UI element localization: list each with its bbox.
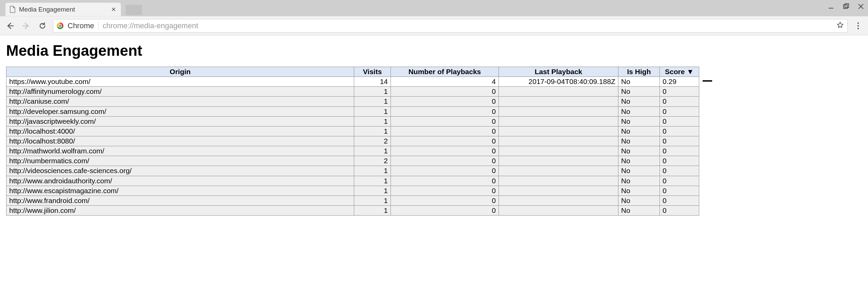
header-score[interactable]: Score ▼ xyxy=(660,67,699,77)
cell-last-playback xyxy=(499,156,618,166)
cell-last-playback: 2017-09-04T08:40:09.188Z xyxy=(499,77,618,87)
page-title: Media Engagement xyxy=(6,42,862,59)
cell-is-high: No xyxy=(618,87,660,97)
cell-origin: http://mathworld.wolfram.com/ xyxy=(6,146,354,156)
cell-last-playback xyxy=(499,196,618,205)
table-header-row: Origin Visits Number of Playbacks Last P… xyxy=(6,67,699,77)
cell-visits: 1 xyxy=(354,87,391,97)
cell-origin: http://affinitynumerology.com/ xyxy=(6,87,354,97)
svg-rect-2 xyxy=(845,4,849,7)
cell-last-playback xyxy=(499,126,618,136)
close-window-icon[interactable] xyxy=(858,3,864,10)
reload-button[interactable] xyxy=(37,20,48,32)
cell-is-high: No xyxy=(618,126,660,136)
minimize-icon[interactable] xyxy=(828,3,834,10)
cell-playbacks: 0 xyxy=(391,196,499,205)
table-row: http://affinitynumerology.com/10No0 xyxy=(6,87,699,97)
table-row: http://www.escapistmagazine.com/10No0 xyxy=(6,186,699,196)
cell-score: 0 xyxy=(660,196,699,205)
page-content: Media Engagement Origin Visits Number of… xyxy=(0,35,868,220)
svg-point-9 xyxy=(857,28,859,29)
table-row: http://mathworld.wolfram.com/10No0 xyxy=(6,146,699,156)
table-row: http://localhost:4000/10No0 xyxy=(6,126,699,136)
cell-last-playback xyxy=(499,106,618,116)
cell-origin: http://developer.samsung.com/ xyxy=(6,106,354,116)
browser-tab[interactable]: Media Engagement ✕ xyxy=(5,3,121,16)
cell-playbacks: 0 xyxy=(391,176,499,186)
cell-playbacks: 0 xyxy=(391,166,499,176)
cell-playbacks: 0 xyxy=(391,106,499,116)
cell-visits: 1 xyxy=(354,205,391,215)
cell-score: 0 xyxy=(660,205,699,215)
cell-origin: http://javascriptweekly.com/ xyxy=(6,116,354,126)
cell-is-high: No xyxy=(618,186,660,196)
url-text: chrome://media-engagement xyxy=(103,21,198,30)
cell-score: 0 xyxy=(660,97,699,106)
cell-origin: http://localhost:8080/ xyxy=(6,136,354,146)
cell-playbacks: 0 xyxy=(391,126,499,136)
close-tab-icon[interactable]: ✕ xyxy=(111,6,116,13)
cell-last-playback xyxy=(499,186,618,196)
header-visits[interactable]: Visits xyxy=(354,67,391,77)
browser-menu-button[interactable] xyxy=(852,20,864,32)
address-bar[interactable]: Chrome chrome://media-engagement xyxy=(53,19,848,33)
table-row: http://developer.samsung.com/10No0 xyxy=(6,106,699,116)
cell-playbacks: 0 xyxy=(391,205,499,215)
cell-playbacks: 0 xyxy=(391,97,499,106)
cell-playbacks: 0 xyxy=(391,116,499,126)
cell-origin: http://www.androidauthority.com/ xyxy=(6,176,354,186)
url-scheme-chip: Chrome xyxy=(68,21,98,30)
maximize-icon[interactable] xyxy=(843,3,849,10)
cell-last-playback xyxy=(499,146,618,156)
cell-last-playback xyxy=(499,176,618,186)
cell-last-playback xyxy=(499,166,618,176)
cell-playbacks: 0 xyxy=(391,186,499,196)
table-row: http://www.androidauthority.com/10No0 xyxy=(6,176,699,186)
cell-is-high: No xyxy=(618,106,660,116)
cell-score: 0.29 xyxy=(660,77,699,87)
cell-visits: 2 xyxy=(354,156,391,166)
header-last-playback[interactable]: Last Playback xyxy=(499,67,618,77)
cell-score: 0 xyxy=(660,166,699,176)
cell-score: 0 xyxy=(660,136,699,146)
forward-button[interactable] xyxy=(20,20,32,32)
new-tab-button[interactable] xyxy=(126,5,142,15)
back-button[interactable] xyxy=(4,20,16,32)
cell-is-high: No xyxy=(618,166,660,176)
svg-point-7 xyxy=(857,22,859,23)
header-origin[interactable]: Origin xyxy=(6,67,354,77)
cell-visits: 1 xyxy=(354,196,391,205)
cell-is-high: No xyxy=(618,196,660,205)
cell-origin: http://www.escapistmagazine.com/ xyxy=(6,186,354,196)
cell-visits: 2 xyxy=(354,136,391,146)
header-playbacks[interactable]: Number of Playbacks xyxy=(391,67,499,77)
cell-is-high: No xyxy=(618,116,660,126)
cell-playbacks: 4 xyxy=(391,77,499,87)
svg-point-8 xyxy=(857,25,859,26)
header-is-high[interactable]: Is High xyxy=(618,67,660,77)
cell-visits: 1 xyxy=(354,146,391,156)
table-row: http://www.jilion.com/10No0 xyxy=(6,205,699,215)
cell-playbacks: 0 xyxy=(391,136,499,146)
cell-visits: 1 xyxy=(354,97,391,106)
table-row: http://caniuse.com/10No0 xyxy=(6,97,699,106)
cell-visits: 1 xyxy=(354,176,391,186)
cell-last-playback xyxy=(499,97,618,106)
engagement-table: Origin Visits Number of Playbacks Last P… xyxy=(6,67,699,216)
bookmark-star-icon[interactable] xyxy=(836,21,844,30)
cell-score: 0 xyxy=(660,116,699,126)
cell-score: 0 xyxy=(660,87,699,97)
page-favicon-icon xyxy=(10,6,16,13)
cell-is-high: No xyxy=(618,97,660,106)
overflow-indicator-icon xyxy=(703,80,712,82)
cell-score: 0 xyxy=(660,156,699,166)
cell-visits: 1 xyxy=(354,106,391,116)
table-row: https://www.youtube.com/1442017-09-04T08… xyxy=(6,77,699,87)
cell-visits: 1 xyxy=(354,166,391,176)
tab-title: Media Engagement xyxy=(19,6,75,13)
cell-origin: http://numbermatics.com/ xyxy=(6,156,354,166)
cell-last-playback xyxy=(499,205,618,215)
chrome-logo-icon xyxy=(57,22,64,29)
cell-is-high: No xyxy=(618,176,660,186)
table-row: http://www.frandroid.com/10No0 xyxy=(6,196,699,205)
